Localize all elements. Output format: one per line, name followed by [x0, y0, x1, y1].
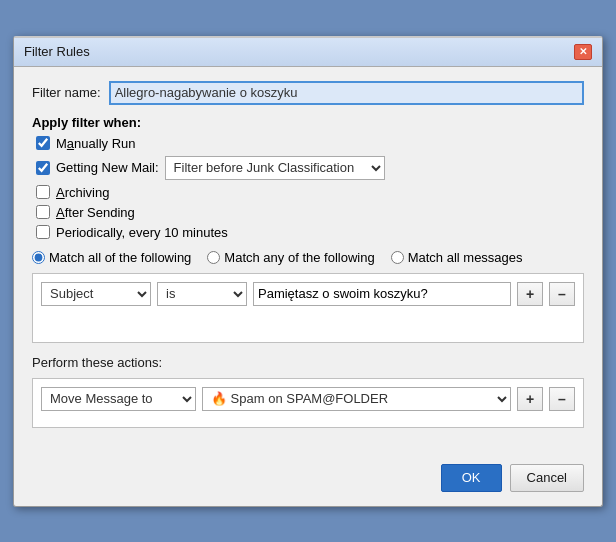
- criteria-condition-dropdown[interactable]: is is not contains does not contain: [157, 282, 247, 306]
- dialog-title: Filter Rules: [24, 44, 90, 59]
- filter-criteria-area: Subject From To Body Date is is not cont…: [32, 273, 584, 343]
- getting-new-mail-checkbox[interactable]: [36, 161, 50, 175]
- manually-run-row: Manually Run: [32, 136, 584, 151]
- periodically-label: Periodically, every 10 minutes: [56, 225, 228, 240]
- manually-run-checkbox[interactable]: [36, 136, 50, 150]
- criteria-remove-button[interactable]: –: [549, 282, 575, 306]
- action-type-dropdown[interactable]: Move Message to Copy Message to Delete M…: [41, 387, 196, 411]
- filter-rules-dialog: Filter Rules ✕ Filter name: Apply filter…: [13, 36, 603, 507]
- apply-filter-section: Apply filter when: Manually Run Getting …: [32, 115, 584, 240]
- match-options-section: Match all of the following Match any of …: [32, 250, 584, 265]
- close-button[interactable]: ✕: [574, 44, 592, 60]
- match-all-msgs-label: Match all messages: [408, 250, 523, 265]
- match-all-label: Match all of the following: [49, 250, 191, 265]
- filter-name-row: Filter name:: [32, 81, 584, 105]
- criteria-value-input[interactable]: [253, 282, 511, 306]
- archiving-label: Archiving: [56, 185, 109, 200]
- match-all-msgs-radio[interactable]: [391, 251, 404, 264]
- getting-new-mail-label: Getting New Mail:: [56, 160, 159, 175]
- archiving-checkbox[interactable]: [36, 185, 50, 199]
- periodically-row: Periodically, every 10 minutes: [32, 225, 584, 240]
- archiving-row: Archiving: [32, 185, 584, 200]
- match-all-radio[interactable]: [32, 251, 45, 264]
- apply-filter-label: Apply filter when:: [32, 115, 584, 130]
- getting-new-mail-row: Getting New Mail: Filter before Junk Cla…: [32, 156, 584, 180]
- ok-button[interactable]: OK: [441, 464, 502, 492]
- after-sending-row: After Sending: [32, 205, 584, 220]
- filter-name-label: Filter name:: [32, 85, 101, 100]
- criteria-field-dropdown[interactable]: Subject From To Body Date: [41, 282, 151, 306]
- actions-section: Perform these actions: Move Message to C…: [32, 355, 584, 428]
- match-any-option[interactable]: Match any of the following: [207, 250, 374, 265]
- after-sending-label: After Sending: [56, 205, 135, 220]
- periodically-checkbox[interactable]: [36, 225, 50, 239]
- match-any-label: Match any of the following: [224, 250, 374, 265]
- criteria-row: Subject From To Body Date is is not cont…: [41, 282, 575, 306]
- actions-label: Perform these actions:: [32, 355, 584, 370]
- match-all-option[interactable]: Match all of the following: [32, 250, 191, 265]
- action-row: Move Message to Copy Message to Delete M…: [41, 387, 575, 411]
- action-remove-button[interactable]: –: [549, 387, 575, 411]
- after-sending-checkbox[interactable]: [36, 205, 50, 219]
- actions-area: Move Message to Copy Message to Delete M…: [32, 378, 584, 428]
- title-bar: Filter Rules ✕: [14, 38, 602, 67]
- cancel-button[interactable]: Cancel: [510, 464, 584, 492]
- action-target-dropdown[interactable]: 🔥 Spam on SPAM@FOLDER Inbox Trash: [202, 387, 511, 411]
- match-any-radio[interactable]: [207, 251, 220, 264]
- match-all-msgs-option[interactable]: Match all messages: [391, 250, 523, 265]
- action-add-button[interactable]: +: [517, 387, 543, 411]
- manually-run-label: Manually Run: [56, 136, 136, 151]
- dialog-footer: OK Cancel: [14, 456, 602, 506]
- dialog-body: Filter name: Apply filter when: Manually…: [14, 67, 602, 456]
- mail-timing-dropdown[interactable]: Filter before Junk Classification Filter…: [165, 156, 385, 180]
- criteria-add-button[interactable]: +: [517, 282, 543, 306]
- filter-name-input[interactable]: [109, 81, 584, 105]
